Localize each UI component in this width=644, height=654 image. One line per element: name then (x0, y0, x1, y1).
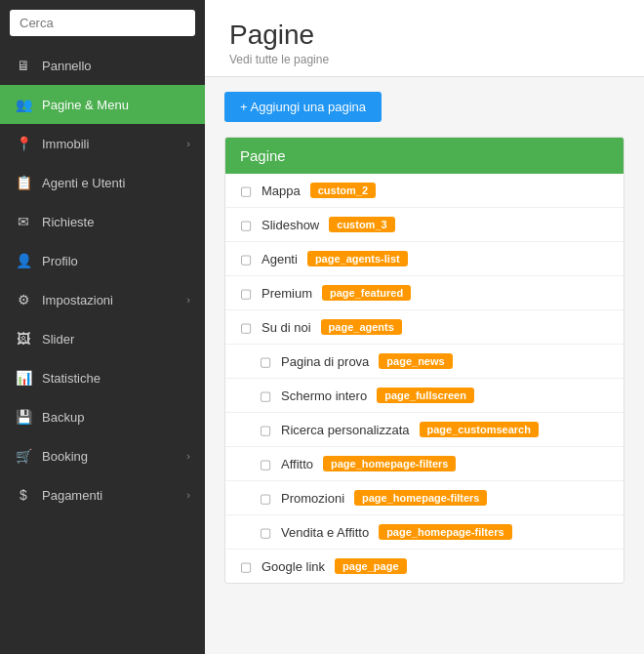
page-file-icon: ▢ (240, 320, 252, 335)
main-content: Pagine Vedi tutte le pagine + Aggiungi u… (205, 0, 644, 654)
table-row[interactable]: ▢ Mappa custom_2 (225, 174, 624, 208)
immobili-icon: 📍 (15, 136, 32, 151)
page-tag: page_news (379, 353, 452, 369)
sidebar-item-label: Statistiche (42, 371, 190, 386)
page-tag: page_featured (322, 285, 411, 301)
sidebar-item-label: Immobili (42, 137, 177, 151)
page-file-icon: ▢ (260, 491, 271, 506)
page-file-icon: ▢ (240, 184, 252, 198)
page-name: Schermo intero (281, 388, 367, 403)
sidebar-item-pagamenti[interactable]: $ Pagamenti › (0, 475, 205, 514)
statistiche-icon: 📊 (15, 370, 32, 386)
sidebar-item-label: Pagine & Menu (42, 98, 190, 112)
chevron-icon: › (186, 489, 190, 501)
pages-section: Pagine ▢ Mappa custom_2 ▢ Slideshow cust… (224, 137, 624, 584)
sidebar-item-impostazioni[interactable]: ⚙ Impostazioni › (0, 280, 205, 319)
page-tag: custom_3 (329, 217, 394, 232)
agenti-utenti-icon: 📋 (15, 175, 32, 190)
sidebar-item-statistiche[interactable]: 📊 Statistiche (0, 358, 205, 397)
impostazioni-icon: ⚙ (15, 292, 32, 307)
sidebar-item-agenti-utenti[interactable]: 📋 Agenti e Utenti (0, 163, 205, 202)
page-title: Pagine (229, 20, 620, 51)
table-row[interactable]: ▢ Google link page_page (225, 550, 624, 583)
table-row[interactable]: ▢ Premium page_featured (225, 276, 624, 310)
richieste-icon: ✉ (15, 214, 32, 229)
sidebar-item-backup[interactable]: 💾 Backup (0, 397, 205, 436)
table-row[interactable]: ▢ Slideshow custom_3 (225, 208, 624, 242)
sidebar-item-pagine-menu[interactable]: 👥 Pagine & Menu (0, 85, 205, 124)
page-tag: page_homepage-filters (323, 456, 456, 471)
sidebar-item-profilo[interactable]: 👤 Profilo (0, 241, 205, 280)
sidebar-search-container (0, 0, 205, 46)
main-header: Pagine Vedi tutte le pagine (205, 0, 644, 77)
booking-icon: 🛒 (15, 448, 32, 464)
page-tag: page_homepage-filters (354, 490, 487, 506)
page-tag: page_agents-list (307, 251, 408, 266)
page-tag: page_homepage-filters (379, 524, 511, 540)
page-file-icon: ▢ (260, 388, 271, 403)
page-tag: custom_2 (310, 183, 376, 198)
table-row[interactable]: ▢ Schermo intero page_fullscreen (225, 379, 624, 413)
sidebar: 🖥 Pannello 👥 Pagine & Menu 📍 Immobili › … (0, 0, 205, 654)
page-name: Su di noi (262, 320, 311, 335)
page-name: Agenti (262, 252, 298, 266)
page-tag: page_page (335, 558, 406, 574)
page-file-icon: ▢ (260, 525, 271, 540)
sidebar-item-label: Impostazioni (42, 293, 177, 307)
table-row[interactable]: ▢ Vendita e Affitto page_homepage-filter… (225, 515, 624, 550)
backup-icon: 💾 (15, 409, 32, 425)
page-file-icon: ▢ (240, 218, 252, 232)
pannello-icon: 🖥 (15, 58, 32, 73)
profilo-icon: 👤 (15, 253, 32, 268)
sidebar-item-label: Booking (42, 449, 177, 464)
page-file-icon: ▢ (260, 423, 271, 437)
table-row[interactable]: ▢ Ricerca personalizzata page_customsear… (225, 413, 624, 447)
pagine-menu-icon: 👥 (15, 97, 32, 112)
page-name: Premium (262, 286, 312, 301)
sidebar-item-label: Backup (42, 410, 190, 425)
page-tag: page_customsearch (420, 422, 539, 437)
main-body: + Aggiungi una pagina Pagine ▢ Mappa cus… (205, 77, 644, 598)
chevron-icon: › (186, 450, 190, 462)
page-name: Google link (262, 559, 325, 574)
page-name: Slideshow (262, 218, 319, 232)
sidebar-item-label: Pannello (42, 59, 190, 73)
page-name: Pagina di prova (281, 354, 369, 369)
page-file-icon: ▢ (240, 252, 252, 266)
page-name: Vendita e Affitto (281, 525, 369, 540)
table-row[interactable]: ▢ Promozioni page_homepage-filters (225, 481, 624, 515)
sidebar-item-pannello[interactable]: 🖥 Pannello (0, 46, 205, 85)
page-name: Ricerca personalizzata (281, 423, 410, 437)
page-subtitle: Vedi tutte le pagine (229, 53, 620, 66)
pagamenti-icon: $ (15, 487, 32, 503)
pages-section-header: Pagine (225, 138, 624, 174)
sidebar-item-label: Pagamenti (42, 488, 177, 503)
sidebar-item-slider[interactable]: 🖼 Slider (0, 319, 205, 358)
search-input[interactable] (10, 10, 195, 36)
sidebar-item-booking[interactable]: 🛒 Booking › (0, 436, 205, 475)
page-file-icon: ▢ (240, 559, 252, 574)
page-name: Mappa (262, 184, 301, 198)
add-page-button[interactable]: + Aggiungi una pagina (224, 92, 382, 122)
slider-icon: 🖼 (15, 331, 32, 347)
sidebar-item-label: Agenti e Utenti (42, 176, 190, 190)
chevron-icon: › (186, 138, 190, 149)
table-row[interactable]: ▢ Affitto page_homepage-filters (225, 447, 624, 481)
sidebar-item-label: Slider (42, 332, 190, 347)
page-name: Promozioni (281, 491, 344, 506)
sidebar-item-immobili[interactable]: 📍 Immobili › (0, 124, 205, 163)
page-name: Affitto (281, 457, 313, 471)
page-file-icon: ▢ (260, 354, 271, 369)
page-tag: page_agents (321, 319, 402, 335)
sidebar-item-label: Richieste (42, 215, 190, 229)
sidebar-item-label: Profilo (42, 254, 190, 268)
page-file-icon: ▢ (260, 457, 271, 471)
chevron-icon: › (186, 294, 190, 306)
table-row[interactable]: ▢ Su di noi page_agents (225, 310, 624, 345)
page-tag: page_fullscreen (377, 388, 474, 403)
page-file-icon: ▢ (240, 286, 252, 301)
sidebar-item-richieste[interactable]: ✉ Richieste (0, 202, 205, 241)
table-row[interactable]: ▢ Pagina di prova page_news (225, 345, 624, 379)
table-row[interactable]: ▢ Agenti page_agents-list (225, 242, 624, 276)
